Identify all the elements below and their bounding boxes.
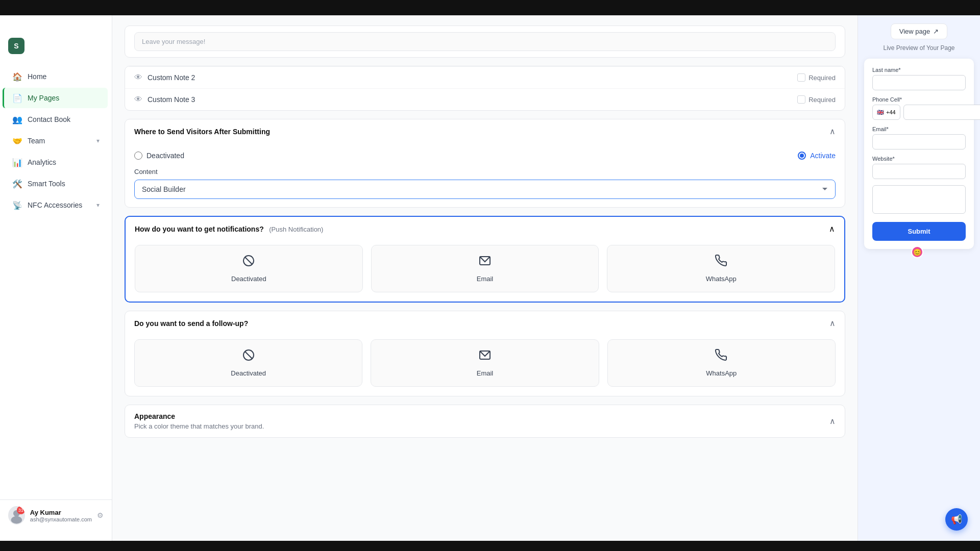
smart-tools-icon: 🛠️ [12,179,22,189]
notifications-subtitle: (Push Notification) [269,226,323,233]
nfc-chevron-icon: ▾ [96,202,100,209]
sidebar-item-nfc-accessories-label: NFC Accessories [28,201,82,209]
preview-form: Last name* Phone Cell* 🇬🇧 +44 Email* We [864,59,974,249]
notifications-section: How do you want to get notifications? (P… [125,216,845,303]
where-to-send-header[interactable]: Where to Send Visitors After Submitting … [125,119,845,143]
deactivated-radio[interactable] [134,152,142,160]
followup-header[interactable]: Do you want to send a follow-up? ∧ [125,311,845,335]
sidebar-item-my-pages[interactable]: 📄 My Pages [3,88,108,108]
preview-lastname-label: Last name* [872,67,966,73]
message-section: Leave your message! [125,26,845,58]
sidebar-item-smart-tools[interactable]: 🛠️ Smart Tools [4,173,108,194]
top-bar [0,0,980,15]
phone-prefix: +44 [886,109,896,115]
appearance-collapse-icon: ∧ [829,416,836,426]
logo-icon: S [8,38,24,54]
custom-notes-section: 👁 Custom Note 2 Required 👁 Custom Note 3… [125,66,845,111]
message-placeholder[interactable]: Leave your message! [134,32,836,51]
notif-email-btn[interactable]: Email [371,245,599,292]
followup-email-icon [479,349,491,364]
team-chevron-icon: ▾ [96,137,100,144]
sidebar-item-smart-tools-label: Smart Tools [28,180,65,188]
phone-country-select[interactable]: 🇬🇧 +44 [872,105,900,120]
notif-email-label: Email [477,275,494,283]
note-3-required: Required [797,95,836,104]
sidebar-item-nfc-accessories[interactable]: 📡 NFC Accessories ▾ [4,195,108,215]
external-link-icon: ↗ [933,28,939,35]
appearance-section: Appearance Pick a color theme that match… [125,405,845,438]
notif-deactivated-icon [242,255,255,270]
sidebar-item-analytics-label: Analytics [28,158,56,166]
sidebar-item-contact-book-label: Contact Book [28,115,70,123]
phone-row: 🇬🇧 +44 [872,105,966,120]
contact-book-icon: 👥 [12,114,22,124]
followup-whatsapp-icon [715,349,727,364]
preview-submit-button[interactable]: Submit [872,222,966,241]
notif-email-icon [479,255,491,270]
sidebar-item-contact-book[interactable]: 👥 Contact Book [4,109,108,130]
preview-lastname-field: Last name* [872,67,966,90]
bottom-bar [0,541,980,551]
preview-phone-label: Phone Cell* [872,96,966,103]
preview-website-label: Website* [872,156,966,162]
preview-lastname-input[interactable] [872,75,966,90]
sidebar-item-analytics[interactable]: 📊 Analytics [4,152,108,172]
note-2-icon: 👁 [134,73,142,82]
sidebar-item-team-label: Team [28,137,45,145]
user-name: Ay Kumar [30,509,92,516]
notif-whatsapp-label: WhatsApp [706,275,737,283]
chat-fab-button[interactable]: 📢 [945,508,968,531]
followup-options: Deactivated Email WhatsApp [125,335,845,396]
deactivated-option[interactable]: Deactivated [134,152,184,160]
note-2-checkbox[interactable] [797,73,805,82]
notifications-header[interactable]: How do you want to get notifications? (P… [126,217,844,241]
followup-whatsapp-btn[interactable]: WhatsApp [607,339,836,387]
followup-deactivated-btn[interactable]: Deactivated [134,339,362,387]
sidebar-item-home-label: Home [28,72,46,81]
sidebar-logo-area: S [0,31,112,61]
deactivated-label: Deactivated [146,152,184,160]
nfc-icon: 📡 [12,200,22,210]
preview-website-input[interactable] [872,164,966,179]
followup-deactivated-icon [242,349,255,364]
chat-fab-icon: 📢 [951,514,962,525]
phone-number-input[interactable] [903,105,980,120]
user-email: ash@synxautomate.com [30,516,92,522]
home-icon: 🏠 [12,71,22,82]
activate-option[interactable]: Activate [798,152,836,160]
followup-email-btn[interactable]: Email [371,339,599,387]
settings-icon[interactable]: ⚙ [97,511,104,519]
activate-radio-dot [798,152,806,160]
notif-deactivated-btn[interactable]: Deactivated [135,245,363,292]
appearance-header[interactable]: Appearance Pick a color theme that match… [125,405,845,437]
notif-whatsapp-btn[interactable]: WhatsApp [607,245,835,292]
main: Leave your message! 👁 Custom Note 2 Requ… [112,0,980,551]
sidebar-user: 31 Ay Kumar ash@synxautomate.com ⚙ [0,499,112,531]
followup-collapse-icon: ∧ [829,318,836,328]
team-icon: 🤝 [12,136,22,146]
preview-message-textarea[interactable] [872,185,966,214]
svg-line-6 [245,352,252,359]
user-info: Ay Kumar ash@synxautomate.com [30,509,92,522]
notifications-options: Deactivated Email WhatsApp [126,241,844,302]
custom-note-3-label: Custom Note 3 [148,95,792,104]
view-page-button[interactable]: View page ↗ [891,23,947,39]
note-3-icon: 👁 [134,95,142,104]
emoji-button[interactable]: 😊 [911,246,923,258]
notification-badge: 31 [17,506,25,514]
preview-email-label: Email* [872,126,966,132]
notifications-title: How do you want to get notifications? [135,225,264,233]
sidebar-item-home[interactable]: 🏠 Home [4,66,108,87]
note-3-checkbox[interactable] [797,95,805,104]
note-2-required-label: Required [808,74,836,82]
where-to-send-section: Where to Send Visitors After Submitting … [125,119,845,208]
redirect-options: Deactivated Activate Content Social Buil… [125,143,845,207]
pages-icon: 📄 [12,93,22,103]
content-select[interactable]: Social Builder [134,180,836,199]
sidebar-item-team[interactable]: 🤝 Team ▾ [4,131,108,151]
note-2-required: Required [797,73,836,82]
content-area: Leave your message! 👁 Custom Note 2 Requ… [112,15,857,541]
notif-whatsapp-icon [715,255,727,270]
sidebar: S 🏠 Home 📄 My Pages 👥 Contact Book 🤝 Tea… [0,15,112,541]
preview-email-input[interactable] [872,134,966,149]
